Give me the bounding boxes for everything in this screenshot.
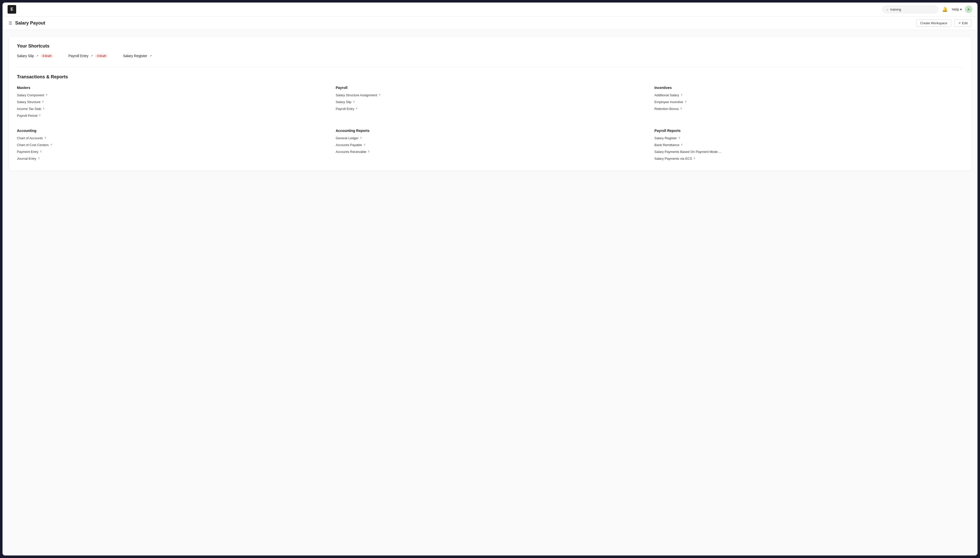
payroll-reports-group: Payroll Reports Salary Register ↗ Bank R…: [654, 129, 963, 164]
arrow-icon: ↗: [679, 107, 683, 111]
edit-icon: ↗: [958, 21, 961, 25]
masters-group-title: Masters: [17, 86, 326, 90]
search-bar[interactable]: ⌕: [882, 6, 938, 13]
payroll-reports-group-title: Payroll Reports: [654, 129, 963, 133]
main-content: Your Shortcuts Salary Slip ↗ 4 Draft Pay…: [3, 30, 977, 555]
incentives-group-title: Incentives: [654, 86, 963, 90]
arrow-icon: ↗: [359, 136, 363, 140]
topnav: E ⌕ 🔔 Help ▾ A: [3, 3, 977, 16]
app-frame: E ⌕ 🔔 Help ▾ A ☰ Salary Payout Create Wo…: [3, 3, 977, 555]
link-accounts-receivable[interactable]: Accounts Receivable ↗: [336, 150, 644, 154]
link-accounts-payable[interactable]: Accounts Payable ↗: [336, 143, 644, 147]
arrow-icon: ↗: [43, 136, 47, 140]
shortcuts-section: Your Shortcuts Salary Slip ↗ 4 Draft Pay…: [17, 43, 963, 58]
search-input[interactable]: [890, 8, 934, 11]
page-title: Salary Payout: [15, 20, 45, 26]
shortcut-payroll-entry-badge: 4 Draft: [95, 54, 108, 58]
payroll-group-title: Payroll: [336, 86, 644, 90]
app-logo[interactable]: E: [8, 5, 16, 14]
help-chevron-icon: ▾: [960, 7, 962, 11]
arrow-icon: ↗: [352, 100, 356, 104]
shortcut-salary-register-arrow-icon: ↗: [149, 54, 152, 57]
link-salary-payments-via-ecs[interactable]: Salary Payments via ECS ↗: [654, 157, 963, 161]
accounting-group: Accounting Chart of Accounts ↗ Chart of …: [17, 129, 326, 164]
arrow-icon: ↗: [680, 143, 684, 147]
shortcut-salary-register[interactable]: Salary Register ↗: [123, 54, 152, 58]
transactions-section: Transactions & Reports Masters Salary Co…: [17, 74, 963, 164]
notification-bell-icon[interactable]: 🔔: [941, 6, 949, 13]
avatar[interactable]: A: [965, 6, 972, 13]
link-salary-structure-assignment[interactable]: Salary Structure Assignment ↗: [336, 93, 644, 97]
arrow-icon: ↗: [680, 93, 683, 97]
help-menu[interactable]: Help ▾: [952, 7, 962, 11]
link-salary-payments-based-on-payment-mode[interactable]: Salary Payments Based On Payment Mode ..…: [654, 150, 963, 154]
link-journal-entry[interactable]: Journal Entry ↗: [17, 157, 326, 161]
edit-button[interactable]: ↗ Edit: [954, 20, 972, 27]
shortcut-salary-slip-arrow-icon: ↗: [36, 54, 38, 57]
link-salary-register[interactable]: Salary Register ↗: [654, 136, 963, 140]
accounting-reports-group-title: Accounting Reports: [336, 129, 644, 133]
link-salary-component[interactable]: Salary Component ↗: [17, 93, 326, 97]
incentives-group: Incentives Additional Salary ↗ Employee …: [654, 86, 963, 121]
arrow-icon: ↗: [677, 136, 682, 140]
link-salary-slip-payroll[interactable]: Salary Slip ↗: [336, 100, 644, 104]
arrow-icon: ↗: [39, 150, 43, 154]
arrow-icon: ↗: [41, 100, 45, 104]
link-chart-of-accounts[interactable]: Chart of Accounts ↗: [17, 136, 326, 140]
shortcut-salary-register-label: Salary Register: [123, 54, 147, 58]
transactions-title: Transactions & Reports: [17, 74, 963, 80]
arrow-icon: ↗: [367, 150, 371, 154]
shortcut-salary-slip[interactable]: Salary Slip ↗ 4 Draft: [17, 54, 53, 58]
link-payroll-entry-payroll[interactable]: Payroll Entry ↗: [336, 107, 644, 111]
help-label: Help: [952, 7, 959, 11]
hamburger-icon[interactable]: ☰: [8, 21, 12, 26]
transactions-grid: Masters Salary Component ↗ Salary Struct…: [17, 86, 963, 164]
link-payment-entry[interactable]: Payment Entry ↗: [17, 150, 326, 154]
link-employee-incentive[interactable]: Employee Incentive ↗: [654, 100, 963, 104]
search-icon: ⌕: [886, 7, 888, 11]
arrow-icon: ↗: [42, 107, 46, 111]
create-workspace-button[interactable]: Create Workspace: [916, 20, 951, 27]
arrow-icon: ↗: [683, 100, 688, 104]
link-additional-salary[interactable]: Additional Salary ↗: [654, 93, 963, 97]
link-retention-bonus[interactable]: Retention Bonus ↗: [654, 107, 963, 111]
arrow-icon: ↗: [44, 93, 49, 97]
masters-group: Masters Salary Component ↗ Salary Struct…: [17, 86, 326, 121]
arrow-icon: ↗: [377, 93, 382, 97]
shortcut-payroll-entry[interactable]: Payroll Entry ↗ 4 Draft: [69, 54, 108, 58]
link-chart-of-cost-centers[interactable]: Chart of Cost Centers ↗: [17, 143, 326, 147]
subheader: ☰ Salary Payout Create Workspace ↗ Edit: [3, 16, 977, 30]
link-payroll-period[interactable]: Payroll Period ↗: [17, 114, 326, 118]
link-bank-remittance[interactable]: Bank Remittance ↗: [654, 143, 963, 147]
arrow-icon: ↗: [693, 157, 696, 161]
arrow-icon: ↗: [38, 114, 42, 118]
link-income-tax-slab[interactable]: Income Tax Slab ↗: [17, 107, 326, 111]
shortcut-salary-slip-badge: 4 Draft: [41, 54, 53, 58]
content-card: Your Shortcuts Salary Slip ↗ 4 Draft Pay…: [8, 36, 972, 171]
shortcuts-row: Salary Slip ↗ 4 Draft Payroll Entry ↗ 4 …: [17, 54, 963, 58]
arrow-icon: ↗: [49, 143, 53, 147]
arrow-icon: ↗: [362, 143, 366, 147]
shortcut-salary-slip-label: Salary Slip: [17, 54, 34, 58]
payroll-group: Payroll Salary Structure Assignment ↗ Sa…: [336, 86, 644, 121]
shortcut-payroll-entry-label: Payroll Entry: [69, 54, 88, 58]
arrow-icon: ↗: [355, 107, 359, 111]
accounting-reports-group: Accounting Reports General Ledger ↗ Acco…: [336, 129, 644, 164]
link-general-ledger[interactable]: General Ledger ↗: [336, 136, 644, 140]
arrow-icon: ↗: [37, 157, 41, 161]
shortcut-payroll-entry-arrow-icon: ↗: [90, 54, 93, 57]
link-salary-structure[interactable]: Salary Structure ↗: [17, 100, 326, 104]
shortcuts-title: Your Shortcuts: [17, 43, 963, 49]
edit-label: Edit: [962, 21, 968, 25]
accounting-group-title: Accounting: [17, 129, 326, 133]
